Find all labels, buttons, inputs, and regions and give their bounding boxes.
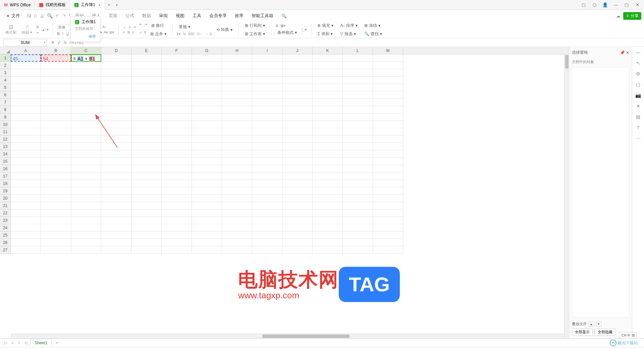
cell[interactable] bbox=[11, 209, 41, 217]
paste-button[interactable]: 📄 粘贴 ▾ bbox=[20, 25, 34, 35]
cell[interactable] bbox=[41, 187, 71, 195]
cell[interactable] bbox=[222, 165, 252, 172]
cell[interactable] bbox=[373, 158, 403, 165]
cell[interactable] bbox=[71, 158, 101, 165]
cell[interactable] bbox=[71, 106, 101, 113]
sheet-tab-active[interactable]: Sheet1 bbox=[30, 339, 52, 347]
cell[interactable] bbox=[162, 217, 192, 224]
cell[interactable] bbox=[343, 106, 373, 113]
show-all-button[interactable]: 全部显示 bbox=[572, 329, 593, 336]
chevron-down-icon[interactable]: ▾ bbox=[44, 41, 45, 44]
cell[interactable] bbox=[101, 69, 131, 77]
cell[interactable] bbox=[131, 150, 162, 158]
move-down-icon[interactable]: ▾ bbox=[596, 321, 601, 327]
row-header[interactable]: 12 bbox=[0, 136, 11, 143]
cell[interactable] bbox=[252, 224, 282, 232]
save-icon[interactable]: 🖫 bbox=[27, 13, 32, 18]
cell[interactable] bbox=[11, 180, 41, 187]
cell[interactable] bbox=[71, 91, 101, 99]
export-icon[interactable]: ⎙ bbox=[34, 13, 37, 18]
col-header-G[interactable]: G bbox=[192, 47, 222, 54]
cell[interactable] bbox=[162, 158, 192, 165]
share-button[interactable]: ⇪ 分享 bbox=[623, 12, 641, 20]
format-copy-icon[interactable]: 🖌 ▾ bbox=[42, 28, 49, 32]
cell[interactable] bbox=[313, 209, 343, 217]
cell[interactable] bbox=[343, 121, 373, 128]
cell[interactable] bbox=[343, 172, 373, 180]
cell[interactable] bbox=[162, 113, 192, 121]
move-up-icon[interactable]: ▴ bbox=[589, 321, 594, 327]
cell[interactable] bbox=[131, 62, 162, 69]
cell[interactable] bbox=[192, 113, 222, 121]
cell[interactable] bbox=[313, 121, 343, 128]
cell[interactable] bbox=[162, 150, 192, 158]
cell[interactable] bbox=[222, 62, 252, 69]
align-middle-icon[interactable]: ≡ bbox=[128, 25, 130, 29]
cell[interactable] bbox=[343, 224, 373, 232]
menu-tools[interactable]: 工具 bbox=[189, 11, 205, 20]
number-format-select[interactable]: 常规 ▾ bbox=[177, 23, 212, 31]
cell[interactable] bbox=[373, 143, 403, 150]
cell[interactable] bbox=[162, 99, 192, 106]
cell[interactable] bbox=[252, 246, 282, 254]
cell[interactable] bbox=[11, 77, 41, 84]
cell[interactable] bbox=[192, 239, 222, 246]
cell[interactable] bbox=[313, 232, 343, 239]
cell[interactable] bbox=[101, 172, 131, 180]
cell[interactable] bbox=[162, 187, 192, 195]
cell[interactable] bbox=[282, 202, 313, 209]
row-header[interactable]: 7 bbox=[0, 99, 11, 106]
cell[interactable] bbox=[222, 195, 252, 202]
menu-view[interactable]: 视图 bbox=[172, 11, 188, 20]
freeze-button[interactable]: ⊞ 冻结 ▾ bbox=[362, 22, 384, 29]
cell[interactable] bbox=[192, 202, 222, 209]
cell[interactable] bbox=[131, 69, 162, 77]
cell[interactable] bbox=[373, 62, 403, 69]
cell[interactable] bbox=[343, 77, 373, 84]
menu-efficiency[interactable]: 效率 bbox=[231, 11, 247, 20]
cell[interactable] bbox=[222, 246, 252, 254]
align-top-icon[interactable]: ⫠ bbox=[123, 25, 126, 29]
cell[interactable] bbox=[252, 121, 282, 128]
cell[interactable] bbox=[131, 232, 162, 239]
cell[interactable] bbox=[222, 217, 252, 224]
cell[interactable] bbox=[162, 195, 192, 202]
cell[interactable] bbox=[11, 99, 41, 106]
cell-style-icon[interactable]: ▦▾ bbox=[280, 23, 286, 28]
cell[interactable] bbox=[162, 232, 192, 239]
cell[interactable] bbox=[252, 62, 282, 69]
cell[interactable] bbox=[343, 187, 373, 195]
cell[interactable] bbox=[11, 232, 41, 239]
cell[interactable] bbox=[131, 217, 162, 224]
dec-inc-icon[interactable]: .0→ bbox=[196, 32, 203, 36]
indent-dec-icon[interactable]: ⇤ bbox=[139, 22, 142, 29]
row-header[interactable]: 15 bbox=[0, 158, 11, 165]
col-header-E[interactable]: E bbox=[131, 47, 162, 54]
cell[interactable] bbox=[11, 69, 41, 77]
cell[interactable] bbox=[252, 54, 282, 62]
cell[interactable] bbox=[252, 202, 282, 209]
dropdown-icon[interactable]: ▾ bbox=[69, 13, 70, 18]
cell[interactable] bbox=[373, 217, 403, 224]
cell[interactable] bbox=[282, 62, 313, 69]
cell[interactable] bbox=[41, 158, 71, 165]
cell[interactable] bbox=[131, 54, 162, 62]
cell[interactable] bbox=[41, 165, 71, 172]
cell[interactable] bbox=[313, 239, 343, 246]
cell[interactable] bbox=[41, 128, 71, 136]
cell[interactable] bbox=[101, 143, 131, 150]
cell[interactable] bbox=[373, 106, 403, 113]
cell[interactable] bbox=[11, 62, 41, 69]
cell[interactable] bbox=[131, 113, 162, 121]
cell[interactable] bbox=[313, 187, 343, 195]
cell[interactable] bbox=[252, 187, 282, 195]
cell[interactable] bbox=[11, 113, 41, 121]
cell[interactable] bbox=[192, 99, 222, 106]
cell[interactable] bbox=[343, 239, 373, 246]
cell[interactable] bbox=[373, 239, 403, 246]
cell[interactable] bbox=[71, 202, 101, 209]
rowcol-button[interactable]: ⊞ 行和列 ▾ bbox=[243, 22, 267, 29]
cell[interactable] bbox=[373, 150, 403, 158]
cell[interactable] bbox=[41, 232, 71, 239]
row-header[interactable]: 2 bbox=[0, 62, 11, 69]
